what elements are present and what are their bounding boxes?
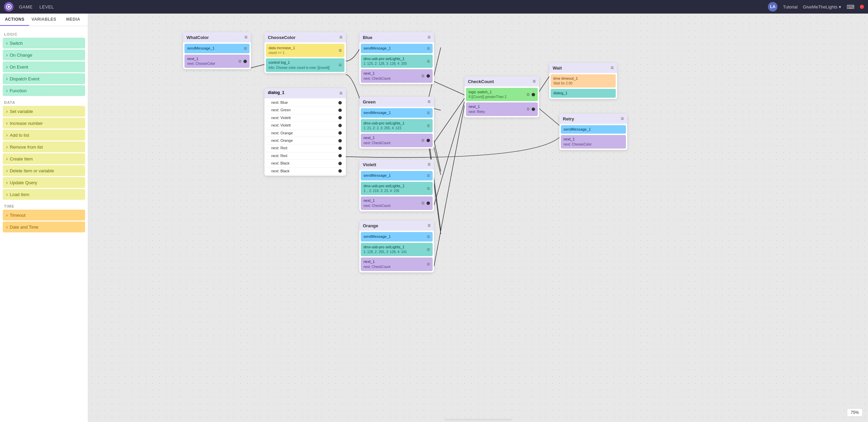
canvas-scrollbar[interactable]	[444, 419, 512, 421]
project-dropdown[interactable]: GiveMeTheLights ▾	[803, 4, 841, 9]
sidebar-item-switch[interactable]: Switch	[3, 38, 85, 49]
sidebar-item-delete-item[interactable]: Delete Item or variable	[3, 165, 85, 176]
node-whatcolor-title: WhatColor	[186, 35, 209, 40]
sidebar-item-create-item[interactable]: Create Item	[3, 153, 85, 164]
topbar-right: LA Tutorial GiveMeTheLights ▾ ⌨	[768, 2, 864, 12]
node-blue-next[interactable]: next_1 next: CheckCount ≡	[361, 69, 433, 82]
port-violett2	[338, 124, 342, 127]
dialog-header: dialog_1 ≡	[264, 88, 346, 98]
port-checkcount-next	[532, 108, 535, 111]
sidebar-item-update-query[interactable]: Update Query	[3, 177, 85, 188]
node-checkcount-menu[interactable]: ≡	[533, 78, 536, 84]
node-blue-header: Blue ≡	[359, 32, 434, 42]
dialog-row-black2[interactable]: next: Black	[266, 168, 344, 175]
node-retry-menu[interactable]: ≡	[621, 116, 624, 122]
canvas[interactable]: WhatColor ≡ sendMessage_1 ≡ next_1 next:…	[88, 14, 868, 422]
node-blue[interactable]: Blue ≡ sendMessage_1 ≡ dmx-usb-pro setLi…	[359, 32, 434, 84]
project-dropdown-label: GiveMeTheLights	[803, 4, 837, 9]
port-blue-next	[427, 74, 430, 78]
node-block-control-log[interactable]: control log_1 info: Choose color count i…	[266, 58, 344, 72]
node-orange-send[interactable]: sendMessage_1 ≡	[361, 232, 433, 242]
dialog-title: dialog_1	[268, 90, 284, 96]
node-checkcount-next[interactable]: next_1 next: Retry ≡	[466, 102, 538, 116]
node-green-dmx[interactable]: dmx-usb-pro setLights_1 1: 21, 2: 2, 3: …	[361, 119, 433, 132]
sidebar-item-increase-number[interactable]: Increase number	[3, 118, 85, 129]
node-violett-send[interactable]: sendMessage_1 ≡	[361, 171, 433, 180]
dialog-row-red2[interactable]: next: Red	[266, 152, 344, 160]
node-choosecolor[interactable]: ChooseColor ≡ data increase_1 count += 1…	[264, 32, 346, 73]
port-black1	[338, 162, 342, 165]
node-checkcount-title: CheckCount	[468, 79, 494, 84]
port-red1	[338, 147, 342, 150]
node-blue-menu[interactable]: ≡	[428, 34, 431, 40]
node-wait[interactable]: Wait ≡ time timeout_1 Wait for 2:00 dial…	[549, 63, 617, 99]
dialog-row-red1[interactable]: next: Red	[266, 145, 344, 152]
dialog-row-orange1[interactable]: next: Orange	[266, 130, 344, 137]
node-green-menu[interactable]: ≡	[428, 99, 431, 105]
sidebar-item-add-to-list[interactable]: Add to list	[3, 130, 85, 140]
dialog-row-violett1[interactable]: next: Violett	[266, 114, 344, 122]
sidebar-item-load-item[interactable]: Load Item	[3, 189, 85, 200]
node-wait-dialog[interactable]: dialog_1	[551, 89, 616, 97]
terminal-icon[interactable]: ⌨	[847, 4, 854, 10]
sidebar-item-function[interactable]: Function	[3, 85, 85, 96]
node-violett-dmx[interactable]: dmx-usb-pro setLights_1 1: , 2: 218, 3: …	[361, 182, 433, 195]
node-orange[interactable]: Orange ≡ sendMessage_1 ≡ dmx-usb-pro set…	[359, 220, 434, 272]
node-orange-header: Orange ≡	[359, 220, 434, 231]
node-violett-header: Violett ≡	[359, 159, 434, 170]
sidebar-item-dispatch-event[interactable]: Dispatch Event	[3, 73, 85, 84]
sidebar-item-timeout[interactable]: Timeout	[3, 210, 85, 220]
dialog-row-black1[interactable]: next: Black	[266, 160, 344, 167]
user-avatar[interactable]: LA	[768, 2, 777, 12]
tab-variables[interactable]: VARIABLES	[29, 14, 58, 26]
node-green-send[interactable]: sendMessage_1 ≡	[361, 108, 433, 118]
node-retry-send[interactable]: sendMessage_1	[561, 125, 626, 134]
project-name[interactable]: Tutorial	[783, 4, 797, 9]
node-orange-next[interactable]: next_1 next: CheckCount ≡	[361, 257, 433, 271]
node-violett-menu[interactable]: ≡	[428, 161, 431, 168]
node-green-body: sendMessage_1 ≡ dmx-usb-pro setLights_1 …	[359, 108, 434, 147]
node-whatcolor-menu[interactable]: ≡	[244, 34, 248, 40]
node-block-send-message[interactable]: sendMessage_1 ≡	[184, 44, 250, 53]
sidebar-item-on-event[interactable]: On Event	[3, 61, 85, 72]
node-green-next[interactable]: next_1 next: CheckCount ≡	[361, 134, 433, 147]
node-blue-dmx[interactable]: dmx-usb-pro setLights_1 1: 125, 2: 128, …	[361, 55, 433, 68]
sidebar-item-set-variable[interactable]: Set variable	[3, 106, 85, 117]
node-block-data-increase[interactable]: data increase_1 count += 1 ≡	[266, 44, 344, 57]
tab-media[interactable]: MEDIA	[59, 14, 88, 26]
dialog-row-violett2[interactable]: next: Violett	[266, 122, 344, 129]
node-orange-dmx[interactable]: dmx-usb-pro setLights_1 1: 128, 2: 255, …	[361, 243, 433, 256]
node-wait-timeout[interactable]: time timeout_1 Wait for 2:00	[551, 74, 616, 88]
sidebar-item-date-time[interactable]: Date and Time	[3, 222, 85, 232]
node-checkcount[interactable]: CheckCount ≡ logic switch_1 If [[Count]]…	[465, 76, 539, 117]
node-wait-title: Wait	[553, 65, 562, 71]
nav-game[interactable]: GAME	[19, 4, 33, 9]
sidebar-item-remove-from-list[interactable]: Remove from list	[3, 141, 85, 152]
node-checkcount-logic[interactable]: logic switch_1 If [[Count]] greaterThan …	[466, 88, 538, 101]
tab-actions[interactable]: ACTIONS	[0, 14, 29, 26]
node-whatcolor[interactable]: WhatColor ≡ sendMessage_1 ≡ next_1 next:…	[183, 32, 251, 69]
node-retry-next[interactable]: next_1 next: ChooseColor	[561, 135, 626, 148]
dialog-menu[interactable]: ≡	[339, 90, 342, 96]
zoom-indicator[interactable]: 75%	[847, 408, 863, 417]
node-retry[interactable]: Retry ≡ sendMessage_1 next_1 next: Choos…	[559, 114, 627, 150]
node-wait-body: time timeout_1 Wait for 2:00 dialog_1	[549, 74, 617, 98]
dialog-row-blue[interactable]: next: Blue	[266, 99, 344, 107]
node-violett[interactable]: Violett ≡ sendMessage_1 ≡ dmx-usb-pro se…	[359, 159, 434, 211]
node-violett-next[interactable]: next_1 next: CheckCount ≡	[361, 196, 433, 210]
node-block-next[interactable]: next_1 next: ChooseColor ≡	[184, 55, 250, 68]
node-orange-menu[interactable]: ≡	[428, 223, 431, 229]
node-green[interactable]: Green ≡ sendMessage_1 ≡ dmx-usb-pro setL…	[359, 97, 434, 149]
node-whatcolor-header: WhatColor ≡	[183, 32, 251, 42]
node-choosecolor-menu[interactable]: ≡	[339, 34, 342, 40]
status-indicator	[860, 5, 864, 9]
nav-level[interactable]: LEVEL	[39, 4, 54, 9]
node-wait-menu[interactable]: ≡	[611, 65, 614, 71]
node-blue-send[interactable]: sendMessage_1 ≡	[361, 44, 433, 53]
app-logo[interactable]	[4, 2, 14, 12]
node-orange-body: sendMessage_1 ≡ dmx-usb-pro setLights_1 …	[359, 232, 434, 271]
sidebar-item-on-change[interactable]: On Change	[3, 50, 85, 60]
node-dialog[interactable]: dialog_1 ≡ next: Blue next: Green next: …	[264, 88, 346, 176]
dialog-row-orange2[interactable]: next: Orange	[266, 137, 344, 145]
dialog-row-green[interactable]: next: Green	[266, 107, 344, 114]
